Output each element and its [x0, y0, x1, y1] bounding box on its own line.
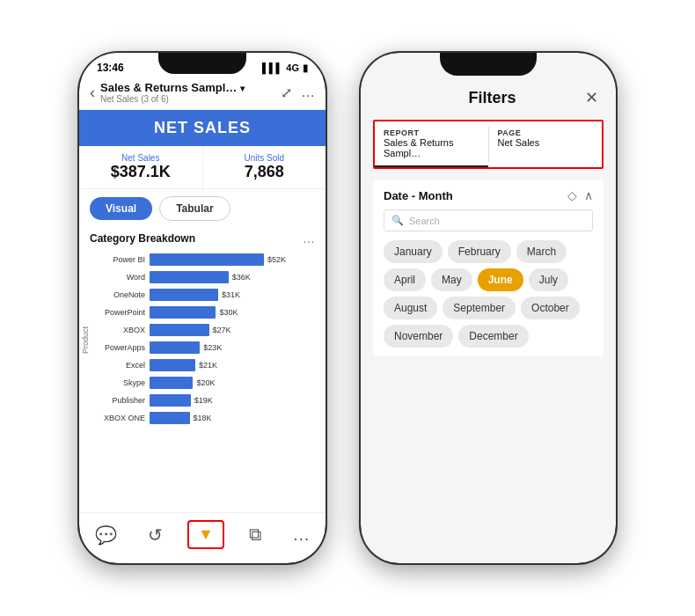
- chart-row: XBOX ONE $18K: [95, 411, 318, 425]
- chart-bar-value: $30K: [219, 308, 238, 317]
- chart-bar: [150, 289, 218, 301]
- chart-area: Product Power BI $52K Word $36K OneNote …: [79, 249, 326, 432]
- month-pill[interactable]: April: [384, 268, 426, 291]
- month-pill[interactable]: May: [431, 268, 472, 291]
- chart-bar-value: $18K: [194, 414, 212, 422]
- section-more-icon[interactable]: …: [303, 231, 315, 246]
- chart-bar-wrap: $21K: [150, 358, 318, 372]
- metric-net-sales: Net Sales $387.1K: [79, 146, 203, 188]
- chart-bar: [150, 359, 195, 371]
- chart-row: Power BI $52K: [95, 253, 318, 267]
- metric-value-units-sold: 7,868: [207, 163, 323, 181]
- chart-bar: [150, 412, 190, 424]
- chart-bar-wrap: $18K: [150, 411, 318, 425]
- scope-tab-page[interactable]: PAGE Net Sales: [489, 121, 603, 167]
- copy-icon[interactable]: ⧉: [242, 521, 268, 548]
- search-placeholder-text: Search: [409, 216, 440, 226]
- chart-bar-wrap: $30K: [150, 305, 318, 319]
- chart-bar-value: $23K: [203, 343, 222, 352]
- phone2-screen: Filters ✕ REPORT Sales & Returns Sampl… …: [361, 53, 616, 563]
- chart-bar: [150, 306, 216, 319]
- filters-close-button[interactable]: ✕: [585, 88, 598, 107]
- filter-section-icons: ◇ ∧: [567, 188, 593, 202]
- tab-visual[interactable]: Visual: [90, 197, 152, 220]
- header-icons: ⤢ …: [281, 84, 315, 101]
- chart-row: Publisher $19K: [95, 393, 318, 407]
- metrics-row: Net Sales $387.1K Units Sold 7,868: [79, 146, 326, 189]
- collapse-filter-icon[interactable]: ∧: [584, 188, 593, 202]
- scope-tab-report[interactable]: REPORT Sales & Returns Sampl…: [375, 121, 488, 167]
- chart-bar-wrap: $27K: [150, 323, 318, 337]
- filter-icon[interactable]: ▼: [187, 520, 224, 549]
- clear-filter-icon[interactable]: ◇: [567, 188, 577, 202]
- battery-icon: ▮: [303, 62, 308, 74]
- view-tabs: Visual Tabular: [79, 189, 326, 228]
- phone-1: 13:46 ▌▌▌ 4G ▮ ‹ Sales & Returns Sampl… …: [79, 53, 326, 563]
- scope-page-label: PAGE: [498, 128, 594, 137]
- chart-bar-value: $19K: [194, 396, 213, 405]
- month-pill[interactable]: September: [443, 297, 516, 319]
- chart-row-label: OneNote: [95, 290, 150, 299]
- signal-icon: ▌▌▌: [262, 62, 282, 73]
- chat-icon[interactable]: 💬: [88, 521, 124, 549]
- undo-icon[interactable]: ↺: [141, 521, 170, 549]
- month-pill[interactable]: December: [458, 325, 528, 348]
- month-pill[interactable]: March: [516, 240, 567, 263]
- chart-bar-wrap: $23K: [150, 341, 318, 355]
- chart-bar-value: $52K: [267, 255, 286, 264]
- chart-row-label: Publisher: [95, 396, 150, 405]
- chart-bar-wrap: $19K: [150, 393, 318, 407]
- metric-units-sold: Units Sold 7,868: [203, 146, 326, 188]
- chart-bar: [150, 394, 191, 407]
- chart-bar: [150, 377, 193, 389]
- chart-row: Word $36K: [95, 270, 318, 284]
- month-pill[interactable]: August: [384, 297, 437, 319]
- filter-section-header: Date - Month ◇ ∧: [384, 188, 593, 202]
- month-pill[interactable]: November: [384, 325, 453, 348]
- chart-bar: [150, 324, 209, 336]
- more-icon[interactable]: …: [301, 84, 315, 101]
- phone-notch: [158, 53, 246, 74]
- month-pill[interactable]: October: [521, 297, 580, 319]
- chart-row: OneNote $31K: [95, 288, 318, 302]
- header-title: Sales & Returns Sampl… ▾: [100, 81, 275, 94]
- chart-bar: [150, 341, 200, 354]
- section-header: Category Breakdown …: [79, 228, 326, 249]
- scope-report-label: REPORT: [384, 128, 479, 137]
- month-pill[interactable]: July: [529, 268, 568, 291]
- month-pill[interactable]: January: [384, 240, 443, 263]
- content-area: NET SALES Net Sales $387.1K Units Sold 7…: [79, 110, 326, 512]
- net-sales-banner: NET SALES: [79, 110, 326, 146]
- chart-row-label: XBOX: [95, 326, 150, 334]
- chart-bar-value: $20K: [196, 378, 215, 387]
- chart-bar-wrap: $52K: [150, 253, 318, 267]
- back-button[interactable]: ‹: [90, 84, 95, 102]
- chart-row: PowerPoint $30K: [95, 305, 318, 319]
- header-title-block: Sales & Returns Sampl… ▾ Net Sales (3 of…: [100, 81, 275, 104]
- chart-bar-value: $27K: [213, 326, 231, 334]
- status-icons: ▌▌▌ 4G ▮: [262, 62, 308, 74]
- month-search-input[interactable]: 🔍 Search: [384, 209, 593, 231]
- tab-tabular[interactable]: Tabular: [159, 196, 230, 221]
- month-pill[interactable]: June: [478, 268, 523, 291]
- chart-row: Skype $20K: [95, 376, 318, 390]
- chart-row-label: PowerApps: [95, 343, 150, 352]
- metric-label-net-sales: Net Sales: [83, 153, 199, 163]
- filters-header: Filters ✕: [361, 77, 616, 114]
- chart-row-label: Excel: [95, 361, 150, 370]
- metric-label-units-sold: Units Sold: [207, 153, 323, 163]
- chart-row-label: PowerPoint: [95, 308, 150, 317]
- metric-value-net-sales: $387.1K: [83, 163, 199, 181]
- chart-rows: Power BI $52K Word $36K OneNote $31K Pow…: [95, 253, 326, 429]
- more-nav-icon[interactable]: …: [285, 521, 317, 548]
- filters-title: Filters: [399, 89, 585, 107]
- phone2-notch: [440, 53, 537, 76]
- chart-row: Excel $21K: [95, 358, 318, 372]
- date-month-filter-section: Date - Month ◇ ∧ 🔍 Search JanuaryFebruar…: [373, 180, 604, 356]
- chart-bar-wrap: $20K: [150, 376, 318, 390]
- expand-icon[interactable]: ⤢: [281, 84, 292, 101]
- chart-row: XBOX $27K: [95, 323, 318, 337]
- month-pill[interactable]: February: [448, 240, 511, 263]
- filter-section-title: Date - Month: [384, 189, 453, 202]
- phone-screen: 13:46 ▌▌▌ 4G ▮ ‹ Sales & Returns Sampl… …: [79, 53, 326, 563]
